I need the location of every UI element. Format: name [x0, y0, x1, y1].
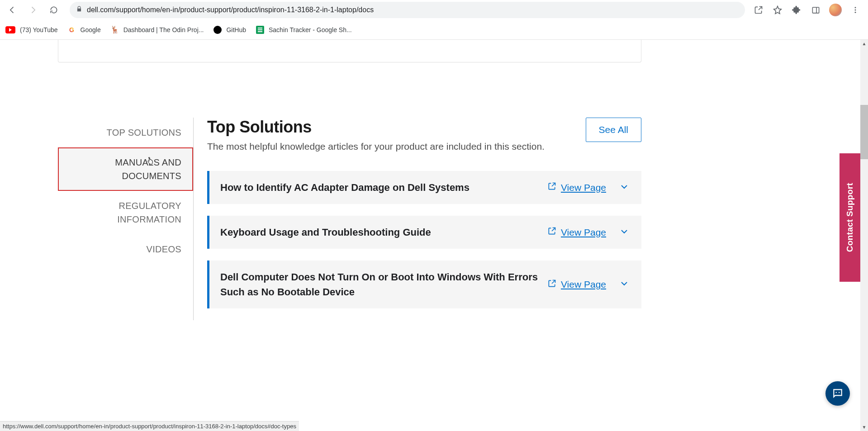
- browser-toolbar: dell.com/support/home/en-in/product-supp…: [0, 0, 868, 20]
- title-row: Top Solutions The most helpful knowledge…: [207, 118, 641, 152]
- solution-title: Dell Computer Does Not Turn On or Boot I…: [220, 270, 547, 299]
- svg-point-3: [855, 9, 856, 11]
- external-link-icon: [547, 227, 556, 238]
- top-card-edge: [58, 40, 641, 62]
- extensions-icon[interactable]: [791, 5, 802, 15]
- scrollbar-thumb[interactable]: [860, 105, 868, 159]
- bookmark-youtube[interactable]: (73) YouTube: [5, 26, 58, 33]
- external-link-icon: [547, 182, 556, 193]
- share-icon[interactable]: [753, 5, 764, 15]
- external-link-icon: [547, 279, 556, 290]
- solution-item: How to Identify AC Adapter Damage on Del…: [207, 171, 641, 204]
- side-nav: TOP SOLUTIONS MANUALS AND DOCUMENTS REGU…: [58, 118, 194, 320]
- contact-support-label: Contact Support: [845, 183, 855, 252]
- sidebar-item-label: MANUALS AND DOCUMENTS: [115, 157, 181, 181]
- status-bar: https://www.dell.com/support/home/en-in/…: [0, 421, 299, 431]
- github-icon: [213, 26, 222, 34]
- bookmark-odin[interactable]: 🦌 Dashboard | The Odin Proj...: [111, 26, 204, 34]
- svg-point-2: [855, 7, 856, 8]
- chevron-down-icon[interactable]: [619, 181, 630, 194]
- solutions-list: How to Identify AC Adapter Damage on Del…: [207, 171, 641, 308]
- scrollbar-track[interactable]: [860, 40, 868, 431]
- sidebar-item-top-solutions[interactable]: TOP SOLUTIONS: [58, 118, 193, 147]
- chat-fab[interactable]: [825, 381, 850, 406]
- back-button[interactable]: [5, 2, 20, 18]
- scroll-down-arrow[interactable]: ▼: [860, 423, 868, 431]
- youtube-icon: [5, 26, 15, 33]
- scroll-up-arrow[interactable]: ▲: [860, 40, 868, 47]
- solution-item: Keyboard Usage and Troubleshooting Guide…: [207, 216, 641, 249]
- solution-title: How to Identify AC Adapter Damage on Del…: [220, 180, 547, 195]
- bookmark-label: Dashboard | The Odin Proj...: [123, 26, 204, 33]
- sidebar-item-regulatory[interactable]: REGULATORY INFORMATION: [58, 191, 193, 234]
- view-page-link[interactable]: View Page: [547, 279, 606, 290]
- sidepanel-icon[interactable]: [810, 5, 821, 15]
- sidebar-item-manuals-documents[interactable]: MANUALS AND DOCUMENTS: [58, 147, 193, 191]
- odin-icon: 🦌: [111, 26, 119, 34]
- solution-item: Dell Computer Does Not Turn On or Boot I…: [207, 260, 641, 308]
- svg-rect-0: [812, 7, 819, 13]
- view-page-link[interactable]: View Page: [547, 182, 606, 193]
- page-title: Top Solutions: [207, 118, 545, 137]
- content-container: TOP SOLUTIONS MANUALS AND DOCUMENTS REGU…: [58, 118, 641, 320]
- reload-button[interactable]: [46, 2, 62, 18]
- bookmark-github[interactable]: GitHub: [213, 26, 246, 34]
- kebab-menu-icon[interactable]: [850, 5, 861, 15]
- bookmark-label: Sachin Tracker - Google Sh...: [269, 26, 352, 33]
- chevron-down-icon[interactable]: [619, 226, 630, 239]
- lock-icon: [76, 6, 82, 14]
- profile-avatar[interactable]: [829, 4, 842, 16]
- forward-button[interactable]: [25, 2, 41, 18]
- address-bar[interactable]: dell.com/support/home/en-in/product-supp…: [70, 2, 745, 18]
- sheets-icon: [256, 26, 264, 34]
- google-icon: G: [68, 26, 76, 34]
- svg-point-4: [855, 12, 856, 13]
- chevron-down-icon[interactable]: [619, 278, 630, 291]
- view-page-label: View Page: [561, 279, 606, 290]
- main-column: Top Solutions The most helpful knowledge…: [194, 118, 641, 320]
- bookmark-google[interactable]: G Google: [68, 26, 101, 34]
- solution-title: Keyboard Usage and Troubleshooting Guide: [220, 225, 547, 240]
- chat-icon: [832, 388, 844, 399]
- bookmark-sheets[interactable]: Sachin Tracker - Google Sh...: [256, 26, 352, 34]
- star-icon[interactable]: [772, 5, 783, 15]
- bookmarks-bar: (73) YouTube G Google 🦌 Dashboard | The …: [0, 20, 868, 40]
- page-subtitle: The most helpful knowledge articles for …: [207, 141, 545, 152]
- view-page-label: View Page: [561, 227, 606, 238]
- contact-support-tab[interactable]: Contact Support: [840, 153, 860, 282]
- page-viewport: TOP SOLUTIONS MANUALS AND DOCUMENTS REGU…: [0, 40, 868, 431]
- bookmark-label: GitHub: [226, 26, 246, 33]
- view-page-link[interactable]: View Page: [547, 227, 606, 238]
- url-text: dell.com/support/home/en-in/product-supp…: [87, 6, 374, 14]
- sidebar-item-videos[interactable]: VIDEOS: [58, 234, 193, 264]
- see-all-button[interactable]: See All: [586, 118, 641, 142]
- bookmark-label: (73) YouTube: [20, 26, 58, 33]
- toolbar-icons: [753, 4, 863, 16]
- bookmark-label: Google: [81, 26, 101, 33]
- view-page-label: View Page: [561, 182, 606, 193]
